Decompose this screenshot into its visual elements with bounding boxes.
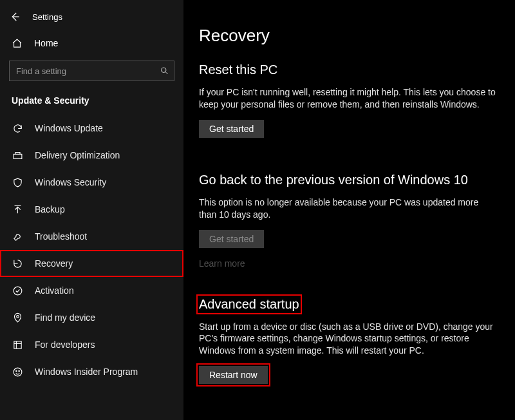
sidebar-item-home[interactable]: Home — [0, 31, 183, 55]
sidebar-item-windows-update[interactable]: Windows Update — [0, 115, 183, 142]
home-label: Home — [34, 38, 58, 48]
goback-title: Go back to the previous version of Windo… — [199, 173, 496, 187]
goback-desc: This option is no longer available becau… — [199, 196, 496, 221]
page-title: Recovery — [199, 26, 496, 46]
sidebar-item-recovery[interactable]: Recovery — [0, 250, 183, 277]
reset-title: Reset this PC — [199, 62, 496, 77]
nav-label: For developers — [35, 339, 95, 350]
location-icon — [12, 312, 23, 323]
goback-get-started-button: Get started — [199, 230, 264, 248]
back-icon[interactable] — [9, 11, 21, 23]
delivery-icon — [12, 150, 23, 161]
svg-rect-3 — [14, 154, 22, 158]
nav-label: Backup — [35, 204, 65, 215]
svg-point-13 — [18, 370, 19, 371]
svg-point-6 — [14, 287, 22, 295]
shield-icon — [12, 177, 23, 188]
section-label: Update & Security — [0, 95, 183, 106]
svg-point-12 — [15, 370, 16, 371]
nav-label: Recovery — [35, 258, 73, 269]
svg-point-11 — [14, 368, 22, 376]
sidebar-item-activation[interactable]: Activation — [0, 277, 183, 304]
search-input[interactable] — [9, 61, 174, 81]
reset-get-started-button[interactable]: Get started — [199, 120, 264, 138]
reset-desc: If your PC isn't running well, resetting… — [199, 86, 496, 111]
svg-line-2 — [165, 72, 167, 74]
learn-more-link[interactable]: Learn more — [199, 258, 245, 269]
nav-label: Windows Update — [35, 123, 103, 133]
search-icon — [160, 66, 169, 76]
sidebar-item-windows-security[interactable]: Windows Security — [0, 169, 183, 196]
search-wrap — [9, 61, 174, 81]
nav-label: Activation — [35, 285, 74, 296]
nav-label: Windows Insider Program — [35, 367, 138, 377]
wrench-icon — [12, 231, 23, 242]
sidebar-item-backup[interactable]: Backup — [0, 196, 183, 223]
developer-icon — [12, 339, 23, 350]
advanced-startup-title: Advanced startup — [199, 297, 299, 312]
sidebar-item-delivery-optimization[interactable]: Delivery Optimization — [0, 142, 183, 169]
nav-label: Delivery Optimization — [35, 150, 120, 160]
home-icon — [12, 38, 23, 49]
svg-point-7 — [16, 315, 19, 318]
sidebar-item-find-my-device[interactable]: Find my device — [0, 304, 183, 331]
nav-label: Find my device — [35, 312, 95, 323]
sidebar-item-troubleshoot[interactable]: Troubleshoot — [0, 223, 183, 250]
nav-label: Windows Security — [35, 177, 106, 187]
nav-label: Troubleshoot — [35, 231, 87, 242]
svg-rect-8 — [14, 341, 21, 348]
recovery-icon — [12, 258, 23, 269]
svg-point-1 — [162, 68, 167, 73]
insider-icon — [12, 367, 23, 377]
backup-icon — [12, 204, 23, 215]
sidebar-item-windows-insider[interactable]: Windows Insider Program — [0, 358, 183, 385]
check-circle-icon — [12, 285, 23, 296]
restart-now-button[interactable]: Restart now — [199, 366, 268, 384]
settings-sidebar: Settings Home Update & Security Windows … — [0, 0, 183, 420]
app-title: Settings — [32, 12, 62, 22]
sidebar-item-for-developers[interactable]: For developers — [0, 331, 183, 358]
content-area: Recovery Reset this PC If your PC isn't … — [183, 0, 515, 420]
sync-icon — [12, 123, 23, 134]
advanced-desc: Start up from a device or disc (such as … — [199, 321, 496, 358]
